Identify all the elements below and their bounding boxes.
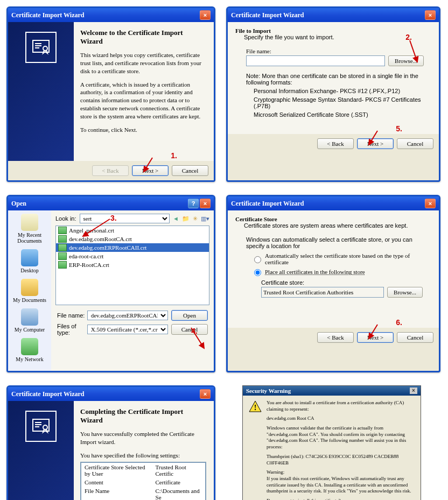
place-mydocs[interactable]: My Documents [11,279,48,303]
look-in-select[interactable]: sert [80,214,170,223]
file-list[interactable]: Angel_personal.crt dev.edabg.comRootCA.c… [55,226,209,305]
open-button[interactable]: Open [171,310,208,321]
cert-file-icon [58,235,67,243]
radio-auto-store[interactable] [254,256,261,263]
title: Certificate Import Wizard [11,390,85,398]
titlebar: Open ?× [8,196,214,210]
back-button: < Back [92,165,129,176]
titlebar: Certificate Import Wizard × [8,387,214,401]
cancel-button[interactable]: Cancel [397,138,433,149]
place-recent[interactable]: My Recent Documents [11,214,48,244]
open-dialog-window: Open ?× My Recent Documents Desktop My D… [6,195,215,372]
browse-button[interactable]: Browse... [387,287,423,298]
group-title: Certificate Store [235,216,431,222]
next-button[interactable]: Next > [357,332,394,343]
page-heading: Welcome to the Certificate Import Wizard [80,29,206,46]
views-icon[interactable]: ▥▾ [201,215,209,222]
store-prompt: Windows can automatically select a certi… [246,236,431,249]
look-in-label: Look in: [55,215,76,222]
cancel-button[interactable]: Cancel [171,324,208,335]
table-row: File NameC:\Documents and Se [81,487,206,500]
settings-table: Certificate Store Selected by UserTruste… [81,462,206,500]
wizard-side-banner [8,401,74,500]
places-bar: My Recent Documents Desktop My Documents… [8,210,51,371]
close-icon[interactable]: × [200,389,211,399]
certificate-icon [25,411,57,442]
complete-p1: You have successfully completed the Cert… [80,430,206,446]
sec-line1: You are about to install a certificate f… [267,400,415,412]
certificate-icon [25,32,57,63]
place-network[interactable]: My Network [11,338,48,362]
step-1-label: 1. [171,151,177,160]
title: Certificate Import Wizard [11,11,85,19]
close-icon[interactable]: × [200,199,211,208]
intro-p1: This wizard helps you copy certificates,… [80,51,206,75]
store-input [261,287,384,298]
table-row: ContentCertificate [81,478,206,487]
step-2-label: 2. [405,33,412,41]
titlebar: Security Warning × [243,386,421,396]
group-subtitle: Certificate stores are system areas wher… [244,222,431,229]
intro-p2: A certificate, which is issued by a cert… [80,81,206,121]
complete-p2: You have specified the following setting… [80,452,206,460]
browse-button[interactable]: Browse... [388,55,424,66]
cert-file-icon [58,227,67,234]
up-level-icon[interactable]: 📁 [182,215,190,222]
page-heading: Completing the Certificate Import Wizard [80,407,206,425]
list-item[interactable]: dev.edabg.comRootCA.crt [56,235,209,243]
wizard-side-banner [8,22,74,161]
place-mycomputer[interactable]: My Computer [11,308,48,333]
file-type-label: Files of type: [57,323,76,336]
wizard-file-import-window: Certificate Import Wizard × File to Impo… [226,6,440,182]
sec-line3: Windows cannot validate that the certifi… [267,425,415,450]
next-button[interactable]: Next > [357,138,394,149]
file-name-combo[interactable]: dev.edabg.comERPRootCAII.crt [87,311,168,320]
radio-place-store[interactable] [254,269,261,276]
wizard-cert-store-window: Certificate Import Wizard × Certificate … [226,195,440,372]
step-3-label: 3. [110,214,117,222]
file-name-input[interactable] [246,55,385,66]
list-item[interactable]: ERP-RootCA.crt [56,260,209,269]
warning-icon: ! [248,400,262,500]
cancel-button[interactable]: Cancel [172,165,208,176]
cert-file-icon [58,261,67,269]
security-warning-window: Security Warning × ! You are about to in… [242,385,421,500]
file-name-label: File name: [57,312,85,319]
list-item[interactable]: Angel_personal.crt [56,226,209,235]
wizard-complete-window: Certificate Import Wizard × Completing t… [6,385,215,500]
close-icon[interactable]: × [410,388,417,394]
step-4-label: 4. [191,327,198,335]
close-icon[interactable]: × [425,199,436,208]
group-subtitle: Specify the file you want to import. [244,34,431,40]
titlebar: Certificate Import Wizard × [228,8,439,22]
sec-line4: Thumbprint (sha1): C74C26C6 E939CC0C EC0… [267,454,415,466]
sec-line7: Do you want to install this certificate? [267,498,415,500]
title: Certificate Import Wizard [231,11,304,19]
close-icon[interactable]: × [425,10,436,20]
file-type-combo[interactable]: X.509 Certificate (*.cer,*.crt) [87,325,168,334]
format-1: Personal Information Exchange- PKCS #12 … [254,88,431,94]
table-row: Certificate Store Selected by UserTruste… [81,462,206,478]
title: Open [11,200,26,208]
sec-warning-label: Warning: [267,469,415,476]
back-button[interactable]: < Back [317,332,354,343]
title: Security Warning [246,388,291,394]
back-button[interactable]: < Back [317,138,354,149]
help-icon[interactable]: ? [188,199,199,208]
nav-back-icon[interactable]: ◄ [173,215,179,222]
close-icon[interactable]: × [200,10,211,20]
new-folder-icon[interactable]: ✳ [193,215,198,222]
group-title: File to Import [235,27,431,34]
cert-file-icon [58,244,67,251]
place-desktop[interactable]: Desktop [11,249,48,273]
svg-text:!: ! [254,404,257,412]
intro-p3: To continue, click Next. [80,126,206,134]
file-name-label: File name: [246,48,431,54]
store-label: Certificate store: [261,279,431,286]
step-5-label: 5. [396,124,402,133]
list-item-selected[interactable]: dev.edabg.comERPRootCAII.crt [56,243,209,252]
list-item[interactable]: eda-root-ca.crt [56,252,209,260]
cancel-button[interactable]: Cancel [397,332,433,343]
titlebar: Certificate Import Wizard × [8,8,214,22]
next-button[interactable]: Next > [132,165,169,176]
